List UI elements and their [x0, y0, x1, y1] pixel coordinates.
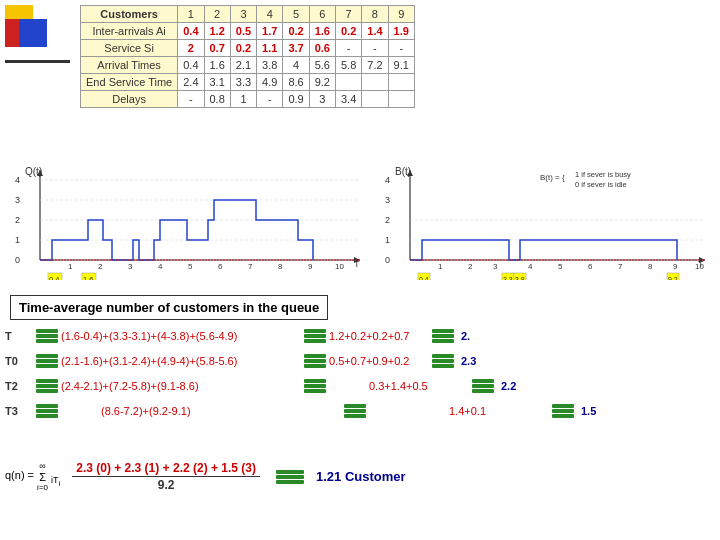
svg-text:7: 7: [248, 262, 253, 271]
eq-result-t0b: 2.3: [461, 355, 476, 367]
queue-label-box: Time-average number of customers in the …: [10, 295, 328, 320]
svg-text:1: 1: [438, 262, 443, 271]
qt-svg: 0 1 2 3 4 Q(t) T 1 2 3 4 5 6 7 8: [10, 165, 370, 280]
table-cell-2-6: 5.8: [335, 57, 361, 74]
table-col-header-3: 3: [230, 6, 256, 23]
svg-text:6: 6: [218, 262, 223, 271]
svg-text:9: 9: [308, 262, 313, 271]
bar-icon: [36, 404, 58, 408]
table-cell-3-2: 3.3: [230, 74, 256, 91]
bar-icon: [472, 379, 494, 383]
svg-text:6: 6: [588, 262, 593, 271]
svg-text:3: 3: [15, 195, 20, 205]
main-fraction: 2.3 (0) + 2.3 (1) + 2.2 (2) + 1.5 (3) 9.…: [72, 460, 260, 493]
table-cell-3-4: 8.6: [283, 74, 309, 91]
svg-text:4: 4: [385, 175, 390, 185]
charts-area: 0 1 2 3 4 Q(t) T 1 2 3 4 5 6 7 8: [5, 165, 715, 285]
table-row-label-1: Service Si: [81, 40, 178, 57]
table-col-header-7: 7: [335, 6, 361, 23]
bar-icon: [36, 389, 58, 393]
svg-text:3.8: 3.8: [515, 276, 525, 280]
eq-label-t3: T3: [5, 405, 33, 417]
svg-text:B(t) = {: B(t) = {: [540, 173, 565, 182]
table-row-label-3: End Service Time: [81, 74, 178, 91]
bar-icon: [552, 409, 574, 413]
bar-icon: [36, 364, 58, 368]
table-col-header-2: 2: [204, 6, 230, 23]
svg-text:0.4: 0.4: [419, 276, 429, 280]
bar-icon: [304, 354, 326, 358]
table-cell-3-8: [388, 74, 414, 91]
eq-formula-t0a: (1.6-0.4)+(3.3-3.1)+(4-3.8)+(5.6-4.9): [61, 330, 301, 342]
svg-text:8: 8: [278, 262, 283, 271]
queue-label-text: Time-average number of customers in the …: [19, 300, 319, 315]
eq-formula-t0b: (2.1-1.6)+(3.1-2.4)+(4.9-4)+(5.8-5.6): [61, 355, 301, 367]
table-col-header-6: 6: [309, 6, 335, 23]
svg-text:3: 3: [128, 262, 133, 271]
bar-icon: [276, 480, 304, 484]
bar-icon: [36, 329, 58, 333]
svg-text:8: 8: [648, 262, 653, 271]
table-row-label-0: Inter-arrivals Ai: [81, 23, 178, 40]
svg-text:1: 1: [15, 235, 20, 245]
table-col-header-1: 1: [178, 6, 204, 23]
eq-label-t0b: T0: [5, 355, 33, 367]
table-cell-1-4: 3.7: [283, 40, 309, 57]
bar-icon: [552, 404, 574, 408]
table-cell-0-7: 1.4: [362, 23, 388, 40]
table-col-header-customers: Customers: [81, 6, 178, 23]
eq-formula-t2: (2.4-2.1)+(7.2-5.8)+(9.1-8.6): [61, 380, 301, 392]
table-cell-3-7: [362, 74, 388, 91]
table-cell-3-1: 3.1: [204, 74, 230, 91]
eq-sum-t2: 0.3+1.4+0.5: [369, 380, 469, 392]
eq-label-t0a: T: [5, 330, 33, 342]
bar-icon: [472, 384, 494, 388]
table-cell-0-1: 1.2: [204, 23, 230, 40]
svg-text:0.4: 0.4: [49, 275, 59, 280]
table-cell-2-7: 7.2: [362, 57, 388, 74]
table-cell-2-4: 4: [283, 57, 309, 74]
eq-sum-t0b: 0.5+0.7+0.9+0.2: [329, 355, 429, 367]
table-cell-4-5: 3: [309, 91, 335, 108]
table-cell-1-8: -: [388, 40, 414, 57]
table-cell-1-2: 0.2: [230, 40, 256, 57]
table-cell-0-3: 1.7: [257, 23, 283, 40]
bar-icon: [36, 414, 58, 418]
bar-icon: [304, 359, 326, 363]
bar-icon: [432, 364, 454, 368]
simulation-table: Customers123456789Inter-arrivals Ai0.41.…: [80, 5, 415, 108]
table-cell-4-4: 0.9: [283, 91, 309, 108]
bt-chart: 0 1 2 3 4 B(t) T B(t) = { 1 if sever is …: [380, 165, 720, 280]
svg-text:4: 4: [528, 262, 533, 271]
table-cell-4-3: -: [257, 91, 283, 108]
svg-text:7: 7: [618, 262, 623, 271]
svg-text:10: 10: [695, 262, 704, 271]
bar-icon: [344, 414, 366, 418]
table-row-label-2: Arrival Times: [81, 57, 178, 74]
table-cell-1-6: -: [335, 40, 361, 57]
eq-row-t0a: T (1.6-0.4)+(3.3-3.1)+(4-3.8)+(5.6-4.9) …: [5, 325, 715, 347]
bar-icon: [432, 339, 454, 343]
bar-icon: [36, 384, 58, 388]
eq-row-t0b: T0 (2.1-1.6)+(3.1-2.4)+(4.9-4)+(5.8-5.6)…: [5, 350, 715, 372]
svg-text:1.6: 1.6: [83, 275, 93, 280]
svg-text:3.3: 3.3: [503, 276, 513, 280]
bar-icon: [304, 334, 326, 338]
table-cell-0-6: 0.2: [335, 23, 361, 40]
table-cell-0-0: 0.4: [178, 23, 204, 40]
table-cell-3-0: 2.4: [178, 74, 204, 91]
eq-sum-t0a: 1.2+0.2+0.2+0.7: [329, 330, 429, 342]
table-cell-2-1: 1.6: [204, 57, 230, 74]
table-cell-3-5: 9.2: [309, 74, 335, 91]
table-cell-4-8: [388, 91, 414, 108]
eq-row-t2: T2 (2.4-2.1)+(7.2-5.8)+(9.1-8.6) 0.3+1.4…: [5, 375, 715, 397]
table-cell-1-7: -: [362, 40, 388, 57]
svg-text:9.2: 9.2: [668, 276, 678, 280]
bar-icon: [36, 339, 58, 343]
svg-text:3: 3: [385, 195, 390, 205]
table-cell-4-2: 1: [230, 91, 256, 108]
table-cell-2-0: 0.4: [178, 57, 204, 74]
logo-blue-square: [19, 19, 47, 47]
table-col-header-4: 4: [257, 6, 283, 23]
bar-icon: [432, 359, 454, 363]
